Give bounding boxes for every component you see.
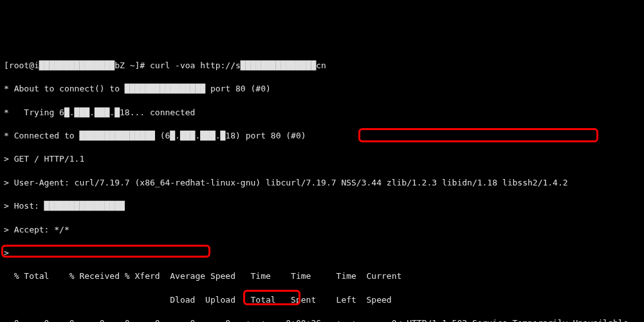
terminal-line: * About to connect() to ████████████████… <box>4 83 640 95</box>
terminal-line: * Trying 6█.███.███.█18... connected <box>4 107 640 118</box>
terminal-line: > Accept: */* <box>4 224 640 236</box>
terminal-line: % Total % Received % Xferd Average Speed… <box>4 270 640 282</box>
terminal-line: > GET / HTTP/1.1 <box>4 153 640 165</box>
terminal-line: 0 0 0 0 0 0 0 0 --:--:-- 0:00:36 --:--:-… <box>4 317 640 322</box>
terminal-line: [root@i███████████████bZ ~]# curl -voa h… <box>4 60 640 71</box>
terminal-line: > Host: ████████████████ <box>4 200 640 212</box>
terminal-line: * Connected to ███████████████ (6█.███.█… <box>4 130 640 142</box>
terminal-output: [root@i███████████████bZ ~]# curl -voa h… <box>0 47 644 322</box>
terminal-line: Dload Upload Total Spent Left Speed <box>4 294 640 306</box>
terminal-line: > User-Agent: curl/7.19.7 (x86_64-redhat… <box>4 177 640 189</box>
terminal-line: > <box>4 247 640 259</box>
